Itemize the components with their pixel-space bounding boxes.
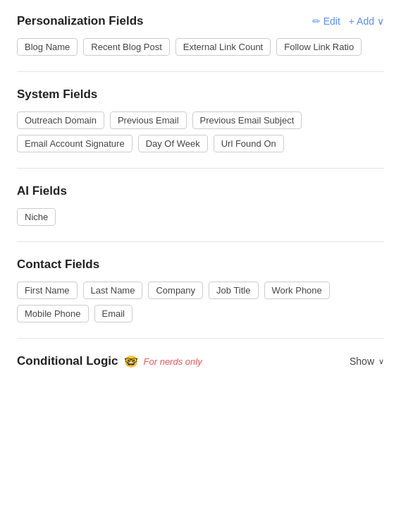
show-button[interactable]: Show ∨ — [350, 356, 384, 367]
tag-item: Url Found On — [214, 135, 284, 152]
tag-item: Job Title — [209, 282, 258, 299]
tag-item: Last Name — [83, 282, 143, 299]
ai-tags: Niche — [17, 208, 384, 226]
divider-4 — [17, 338, 384, 339]
tag-item: Email Account Signature — [17, 135, 132, 152]
show-label: Show — [350, 356, 374, 367]
conditional-row: Conditional Logic 🤓 For nerds only Show … — [17, 354, 384, 368]
tag-item: External Link Count — [175, 38, 271, 56]
system-tags: Outreach DomainPrevious EmailPrevious Em… — [17, 111, 384, 152]
nerd-emoji: 🤓 — [124, 355, 138, 368]
personalization-actions: ✏ Edit + Add ∨ — [312, 16, 384, 27]
tag-item: Email — [94, 305, 133, 322]
conditional-title: Conditional Logic — [17, 354, 118, 368]
tag-item: Previous Email Subject — [192, 111, 302, 129]
system-header: System Fields — [17, 87, 384, 102]
contact-tags: First NameLast NameCompanyJob TitleWork … — [17, 282, 384, 322]
divider-1 — [17, 71, 384, 72]
add-label: + Add — [349, 16, 374, 27]
tag-item: Day Of Week — [138, 135, 208, 152]
personalization-title: Personalization Fields — [17, 14, 144, 28]
tag-item: Follow Link Ratio — [276, 38, 362, 56]
contact-header: Contact Fields — [17, 258, 384, 272]
ai-header: AI Fields — [17, 184, 384, 198]
conditional-left: Conditional Logic 🤓 For nerds only — [17, 354, 202, 368]
contact-title: Contact Fields — [17, 258, 99, 272]
add-button[interactable]: + Add ∨ — [349, 16, 384, 27]
show-chevron-icon: ∨ — [378, 357, 384, 366]
tag-item: First Name — [17, 282, 78, 299]
tag-item: Work Phone — [264, 282, 330, 299]
edit-label: Edit — [323, 16, 340, 27]
pencil-icon: ✏ — [312, 16, 321, 27]
tag-item: Blog Name — [17, 38, 78, 56]
tag-item: Company — [148, 282, 203, 299]
tag-item: Previous Email — [110, 111, 187, 129]
tag-item: Mobile Phone — [17, 305, 89, 322]
tag-item: Outreach Domain — [17, 111, 104, 129]
for-nerds-label: For nerds only — [144, 356, 202, 367]
edit-button[interactable]: ✏ Edit — [312, 16, 340, 27]
system-title: System Fields — [17, 87, 97, 102]
chevron-down-icon: ∨ — [377, 16, 384, 27]
tag-item: Niche — [17, 208, 56, 226]
divider-3 — [17, 241, 384, 242]
ai-title: AI Fields — [17, 184, 67, 198]
page-container: Personalization Fields ✏ Edit + Add ∨ Bl… — [0, 0, 401, 382]
divider-2 — [17, 168, 384, 169]
tag-item: Recent Blog Post — [83, 38, 169, 56]
personalization-header: Personalization Fields ✏ Edit + Add ∨ — [17, 14, 384, 28]
personalization-tags: Blog NameRecent Blog PostExternal Link C… — [17, 38, 384, 56]
